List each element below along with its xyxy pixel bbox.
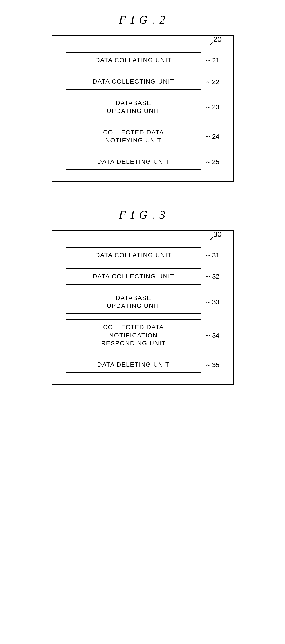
tick-21: ～ <box>205 56 211 64</box>
diagram-box-2: 30↙DATA COLLATING UNIT～31DATA COLLECTING… <box>52 230 233 384</box>
unit-row-35: DATA DELETING UNIT～35 <box>66 357 220 372</box>
ref-num-33: 33 <box>212 298 219 306</box>
tick-22: ～ <box>205 78 211 86</box>
ref-number-2: 30 <box>213 230 222 238</box>
unit-row-23: DATABASEUPDATING UNIT～23 <box>66 95 220 119</box>
ref-num-21: 21 <box>212 56 219 64</box>
ref-num-35: 35 <box>212 361 219 369</box>
tick-25: ～ <box>205 158 211 166</box>
tick-31: ～ <box>205 251 211 260</box>
unit-box-23: DATABASEUPDATING UNIT <box>66 95 202 119</box>
figure-title-2: F I G . 3 <box>119 208 166 221</box>
unit-box-35: DATA DELETING UNIT <box>66 357 202 372</box>
unit-box-31: DATA COLLATING UNIT <box>66 247 202 263</box>
tick-33: ～ <box>205 298 211 306</box>
unit-row-24: COLLECTED DATANOTIFYING UNIT～24 <box>66 124 220 149</box>
unit-row-31: DATA COLLATING UNIT～31 <box>66 247 220 263</box>
unit-label-32: ～32 <box>205 272 219 281</box>
ref-num-32: 32 <box>212 273 219 280</box>
unit-label-24: ～24 <box>205 132 219 141</box>
ref-tick-1: ↙ <box>209 41 213 46</box>
unit-row-21: DATA COLLATING UNIT～21 <box>66 52 220 68</box>
figure-section-2: F I G . 330↙DATA COLLATING UNIT～31DATA C… <box>18 208 267 384</box>
diagram-container-2: 30↙DATA COLLATING UNIT～31DATA COLLECTING… <box>52 230 233 384</box>
diagram-box-1: 20↙DATA COLLATING UNIT～21DATA COLLECTING… <box>52 35 233 182</box>
unit-box-33: DATABASEUPDATING UNIT <box>66 290 202 314</box>
unit-label-23: ～23 <box>205 103 219 111</box>
unit-box-21: DATA COLLATING UNIT <box>66 52 202 68</box>
figure-title-1: F I G . 2 <box>119 13 166 26</box>
ref-tick-2: ↙ <box>209 236 213 242</box>
unit-label-22: ～22 <box>205 78 219 86</box>
unit-label-21: ～21 <box>205 56 219 64</box>
figure-section-1: F I G . 220↙DATA COLLATING UNIT～21DATA C… <box>18 13 267 182</box>
unit-label-33: ～33 <box>205 298 219 306</box>
unit-box-34: COLLECTED DATANOTIFICATIONRESPONDING UNI… <box>66 319 202 351</box>
unit-row-32: DATA COLLECTING UNIT～32 <box>66 268 220 284</box>
unit-box-25: DATA DELETING UNIT <box>66 154 202 170</box>
unit-row-34: COLLECTED DATANOTIFICATIONRESPONDING UNI… <box>66 319 220 351</box>
ref-number-1: 20 <box>213 35 222 44</box>
ref-num-25: 25 <box>212 158 219 166</box>
tick-23: ～ <box>205 103 211 111</box>
page: F I G . 220↙DATA COLLATING UNIT～21DATA C… <box>18 13 267 411</box>
unit-label-25: ～25 <box>205 158 219 166</box>
unit-row-25: DATA DELETING UNIT～25 <box>66 154 220 170</box>
tick-24: ～ <box>205 132 211 141</box>
unit-box-24: COLLECTED DATANOTIFYING UNIT <box>66 124 202 149</box>
unit-row-33: DATABASEUPDATING UNIT～33 <box>66 290 220 314</box>
tick-32: ～ <box>205 272 211 281</box>
ref-num-22: 22 <box>212 78 219 86</box>
unit-row-22: DATA COLLECTING UNIT～22 <box>66 74 220 90</box>
ref-num-24: 24 <box>212 133 219 140</box>
tick-34: ～ <box>205 331 211 340</box>
ref-num-34: 34 <box>212 332 219 339</box>
unit-label-34: ～34 <box>205 331 219 340</box>
unit-box-22: DATA COLLECTING UNIT <box>66 74 202 90</box>
unit-label-31: ～31 <box>205 251 219 260</box>
tick-35: ～ <box>205 361 211 369</box>
ref-num-31: 31 <box>212 252 219 259</box>
ref-num-23: 23 <box>212 103 219 111</box>
unit-label-35: ～35 <box>205 361 219 369</box>
diagram-container-1: 20↙DATA COLLATING UNIT～21DATA COLLECTING… <box>52 35 233 182</box>
unit-box-32: DATA COLLECTING UNIT <box>66 268 202 284</box>
